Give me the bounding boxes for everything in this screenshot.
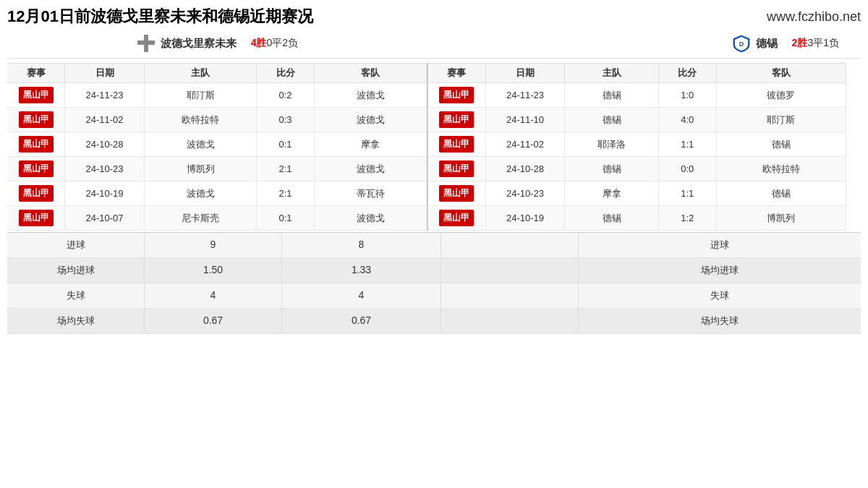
date-cell: 24-11-23 (65, 83, 145, 107)
left-header-home: 主队 (145, 64, 257, 82)
match-badge: 黑山甲 (428, 83, 486, 107)
stats-row: 场均失球 0.67 0.67 场均失球 (7, 309, 861, 334)
match-badge: 黑山甲 (7, 108, 65, 132)
match-badge: 黑山甲 (7, 157, 65, 181)
table-row: 黑山甲 24-11-10 德锡 4:0 耶汀斯 (428, 108, 846, 132)
date-cell: 24-10-19 (486, 206, 566, 230)
home-cell: 尼卡斯壳 (145, 206, 257, 230)
svg-rect-1 (137, 40, 155, 45)
team-right-record: 2胜3平1负 (792, 37, 839, 50)
away-cell: 耶汀斯 (717, 108, 846, 132)
table-row: 黑山甲 24-10-23 博凯列 2:1 波德戈 (7, 157, 427, 181)
stats-val-left: 1.50 (145, 258, 282, 283)
right-header-home: 主队 (565, 64, 659, 82)
match-badge: 黑山甲 (7, 206, 65, 230)
date-cell: 24-10-28 (65, 132, 145, 156)
stats-val-mid: 8 (282, 233, 441, 257)
home-cell: 博凯列 (145, 157, 257, 181)
away-cell: 波德戈 (315, 108, 427, 132)
team-left-name: 波德戈里察未来 (161, 37, 237, 51)
table-row: 黑山甲 24-10-07 尼卡斯壳 0:1 波德戈 (7, 206, 427, 231)
right-table: 赛事 日期 主队 比分 客队 黑山甲 24-11-23 德锡 1:0 彼德罗 黑… (427, 63, 846, 231)
stats-label-right: 场均失球 (579, 309, 861, 333)
match-badge: 黑山甲 (428, 206, 486, 230)
table-row: 黑山甲 24-10-19 波德戈 2:1 蒂瓦待 (7, 181, 427, 206)
away-cell: 彼德罗 (717, 83, 846, 107)
away-cell: 摩拿 (315, 132, 427, 156)
stats-val-right (441, 309, 579, 333)
team-left-summary: 波德戈里察未来 4胜0平2负 (7, 33, 427, 53)
score-cell: 0:1 (257, 132, 315, 156)
website-url: www.fczhibo.net (767, 9, 861, 25)
date-cell: 24-10-23 (486, 181, 566, 205)
stats-val-right (441, 233, 579, 257)
match-badge: 黑山甲 (7, 132, 65, 156)
date-cell: 24-11-23 (486, 83, 566, 107)
stats-label-right: 场均进球 (579, 258, 861, 283)
right-header-date: 日期 (486, 64, 566, 82)
left-header-away: 客队 (315, 64, 427, 82)
score-cell: 2:1 (257, 181, 315, 205)
home-cell: 欧特拉特 (145, 108, 257, 132)
stats-row: 失球 4 4 失球 (7, 283, 861, 309)
away-cell: 德锡 (717, 132, 846, 156)
stats-label-right: 失球 (579, 283, 861, 308)
date-cell: 24-10-19 (65, 181, 145, 205)
stats-label-left: 进球 (7, 233, 145, 257)
left-table: 赛事 日期 主队 比分 客队 黑山甲 24-11-23 耶汀斯 0:2 波德戈 … (7, 63, 427, 231)
team-right-summary: D 德锡 2胜3平1负 (427, 33, 846, 53)
stats-val-mid: 4 (282, 283, 441, 308)
score-cell: 4:0 (659, 108, 717, 132)
away-cell: 波德戈 (315, 83, 427, 107)
home-cell: 摩拿 (565, 181, 659, 205)
team-summary: 波德戈里察未来 4胜0平2负 D 德锡 2胜3平1负 (7, 33, 861, 59)
away-cell: 德锡 (717, 181, 846, 205)
score-cell: 0:3 (257, 108, 315, 132)
left-header-score: 比分 (257, 64, 315, 82)
team-right-logo: D (731, 33, 752, 53)
table-row: 黑山甲 24-10-28 德锡 0:0 欧特拉特 (428, 157, 846, 181)
date-cell: 24-11-02 (486, 132, 566, 156)
home-cell: 波德戈 (145, 132, 257, 156)
right-col-headers: 赛事 日期 主队 比分 客队 (428, 63, 846, 83)
match-badge: 黑山甲 (7, 181, 65, 205)
score-cell: 0:2 (257, 83, 315, 107)
right-data-rows: 黑山甲 24-11-23 德锡 1:0 彼德罗 黑山甲 24-11-10 德锡 … (428, 83, 846, 231)
stats-val-mid: 1.33 (282, 258, 441, 283)
left-header-match: 赛事 (7, 64, 65, 82)
home-cell: 德锡 (565, 206, 659, 230)
table-row: 黑山甲 24-10-23 摩拿 1:1 德锡 (428, 181, 846, 206)
team-left-record: 4胜0平2负 (251, 37, 298, 50)
stats-label-left: 场均失球 (7, 309, 145, 333)
home-cell: 德锡 (565, 157, 659, 181)
away-cell: 波德戈 (315, 206, 427, 230)
match-badge: 黑山甲 (428, 181, 486, 205)
away-cell: 欧特拉特 (717, 157, 846, 181)
home-cell: 耶泽洛 (565, 132, 659, 156)
left-data-rows: 黑山甲 24-11-23 耶汀斯 0:2 波德戈 黑山甲 24-11-02 欧特… (7, 83, 427, 231)
stats-val-left: 9 (145, 233, 282, 257)
table-row: 黑山甲 24-11-23 耶汀斯 0:2 波德戈 (7, 83, 427, 108)
home-cell: 德锡 (565, 83, 659, 107)
stats-val-left: 4 (145, 283, 282, 308)
match-badge: 黑山甲 (428, 132, 486, 156)
score-cell: 0:0 (659, 157, 717, 181)
right-header-score: 比分 (659, 64, 717, 82)
date-cell: 24-10-23 (65, 157, 145, 181)
stats-val-right (441, 283, 579, 308)
header: 12月01日前波德戈里察未来和德锡近期赛况 www.fczhibo.net (7, 6, 861, 27)
score-cell: 1:2 (659, 206, 717, 230)
match-badge: 黑山甲 (428, 108, 486, 132)
match-badge: 黑山甲 (7, 83, 65, 107)
stats-label-left: 失球 (7, 283, 145, 308)
home-cell: 耶汀斯 (145, 83, 257, 107)
score-cell: 0:1 (257, 206, 315, 230)
stats-val-right (441, 258, 579, 283)
table-row: 黑山甲 24-11-02 欧特拉特 0:3 波德戈 (7, 108, 427, 132)
left-col-headers: 赛事 日期 主队 比分 客队 (7, 63, 427, 83)
stats-area: 进球 9 8 进球 场均进球 1.50 1.33 场均进球 失球 4 4 失球 … (7, 232, 861, 334)
home-cell: 波德戈 (145, 181, 257, 205)
stats-val-mid: 0.67 (282, 309, 441, 333)
table-row: 黑山甲 24-11-23 德锡 1:0 彼德罗 (428, 83, 846, 108)
stats-val-left: 0.67 (145, 309, 282, 333)
